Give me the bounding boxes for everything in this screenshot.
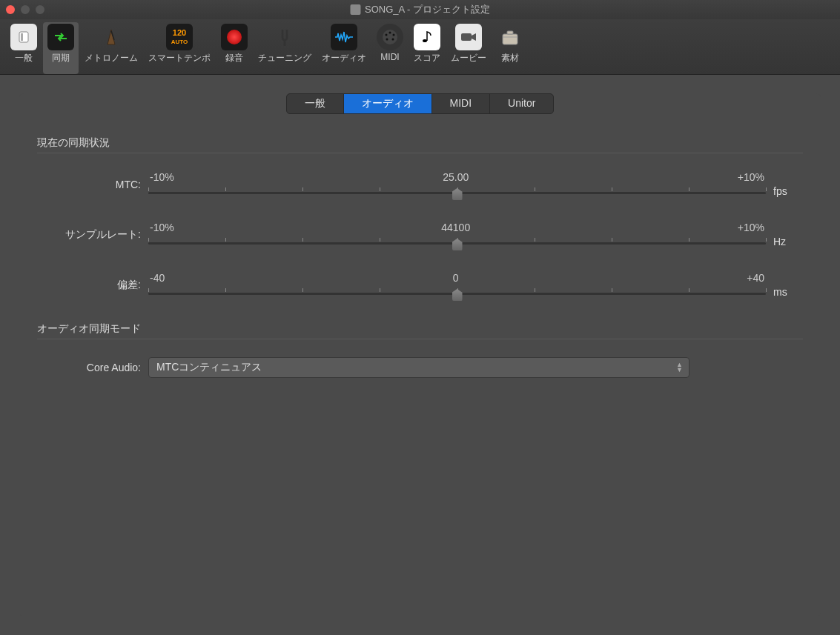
tuning-fork-icon <box>271 24 298 50</box>
document-icon <box>350 4 360 15</box>
midi-icon <box>377 24 403 50</box>
svg-rect-0 <box>19 32 28 42</box>
toolbar-midi[interactable]: MIDI <box>372 22 408 74</box>
toolbar-assets[interactable]: 素材 <box>492 22 528 74</box>
toolbar: 一般 同期 メトロノーム 120AUTO スマートテンポ 録音 <box>0 19 840 75</box>
slider-min: -10% <box>150 222 174 233</box>
slider-min: -40 <box>150 272 165 284</box>
divider <box>37 153 803 153</box>
slider-samplerate[interactable] <box>148 238 766 248</box>
zoom-icon[interactable] <box>36 5 44 14</box>
toolbar-general[interactable]: 一般 <box>6 22 42 74</box>
svg-point-5 <box>386 34 388 36</box>
slider-offset[interactable] <box>148 288 766 299</box>
chevron-updown-icon: ▲▼ <box>676 362 683 373</box>
settings-panel: 一般 オーディオ MIDI Unitor 現在の同期状況 MTC: -10% 2… <box>19 93 821 616</box>
svg-point-9 <box>423 39 427 42</box>
slider-max: +10% <box>738 222 764 233</box>
close-icon[interactable] <box>6 5 15 14</box>
svg-rect-11 <box>503 34 517 44</box>
svg-rect-12 <box>507 31 513 34</box>
slider-thumb-icon[interactable] <box>452 239 463 250</box>
section-sync-mode-title: オーディオ同期モード <box>37 322 803 336</box>
slider-offset-label: 偏差: <box>37 279 148 292</box>
slider-samplerate-row: サンプルレート: -10% 44100 +10% Hz <box>37 222 803 248</box>
tab-unitor[interactable]: Unitor <box>490 94 553 113</box>
slider-thumb-icon[interactable] <box>452 188 463 200</box>
slider-mtc-row: MTC: -10% 25.00 +10% fps <box>37 171 803 198</box>
toolbar-metronome[interactable]: メトロノーム <box>80 22 142 74</box>
tab-general[interactable]: 一般 <box>287 94 344 113</box>
svg-rect-1 <box>21 33 23 41</box>
slider-value: 0 <box>453 272 459 284</box>
window-controls <box>6 5 44 14</box>
slider-min: -10% <box>150 171 174 183</box>
toolbar-label: メトロノーム <box>85 52 138 64</box>
toolbar-label: スマートテンポ <box>148 52 211 64</box>
core-audio-label: Core Audio: <box>37 362 148 373</box>
toolbar-label: 録音 <box>225 52 243 64</box>
core-audio-select[interactable]: MTCコンティニュアス ▲▼ <box>148 357 689 378</box>
slider-unit: ms <box>766 273 803 298</box>
toolbar-smart-tempo[interactable]: 120AUTO スマートテンポ <box>144 22 215 74</box>
minimize-icon[interactable] <box>21 5 30 14</box>
select-value: MTCコンティニュアス <box>156 361 262 373</box>
svg-rect-10 <box>461 33 472 41</box>
slider-value: 44100 <box>441 222 470 233</box>
divider <box>37 339 803 339</box>
slider-thumb-icon[interactable] <box>452 289 463 301</box>
camera-icon <box>455 24 482 50</box>
metronome-icon <box>98 24 125 50</box>
toolbar-movie[interactable]: ムービー <box>446 22 491 74</box>
project-settings-window: SONG_A - プロジェクト設定 一般 同期 メトロノーム 120AUTO <box>0 0 840 635</box>
tempo-icon: 120AUTO <box>166 24 193 50</box>
window-title-text: SONG_A - プロジェクト設定 <box>365 3 490 16</box>
core-audio-row: Core Audio: MTCコンティニュアス ▲▼ <box>37 357 803 378</box>
toolbar-label: ムービー <box>451 52 486 64</box>
toolbar-label: スコア <box>414 52 440 64</box>
slider-mtc-label: MTC: <box>37 179 148 190</box>
toolbar-label: 素材 <box>501 52 519 64</box>
toolbar-label: オーディオ <box>322 52 366 64</box>
briefcase-icon <box>497 24 523 50</box>
titlebar: SONG_A - プロジェクト設定 <box>0 0 840 19</box>
toolbar-score[interactable]: スコア <box>409 22 445 74</box>
svg-point-4 <box>389 32 391 34</box>
slider-max: +40 <box>747 272 764 284</box>
slider-unit: fps <box>766 172 803 197</box>
tab-audio[interactable]: オーディオ <box>344 94 432 113</box>
tab-midi[interactable]: MIDI <box>432 94 491 113</box>
toolbar-label: チューニング <box>258 52 311 64</box>
svg-point-8 <box>392 39 394 41</box>
toolbar-audio[interactable]: オーディオ <box>317 22 371 74</box>
window-title: SONG_A - プロジェクト設定 <box>350 3 490 16</box>
toolbar-sync[interactable]: 同期 <box>43 22 79 74</box>
section-sync-status-title: 現在の同期状況 <box>37 136 803 150</box>
toolbar-label: 一般 <box>15 52 33 64</box>
toolbar-tuning[interactable]: チューニング <box>254 22 316 74</box>
slider-mtc[interactable] <box>148 187 766 198</box>
svg-point-7 <box>386 39 388 41</box>
slider-samplerate-label: サンプルレート: <box>37 228 148 242</box>
content-area: 一般 オーディオ MIDI Unitor 現在の同期状況 MTC: -10% 2… <box>0 75 840 635</box>
switch-icon <box>10 24 37 50</box>
toolbar-label: 同期 <box>52 52 70 64</box>
slider-offset-row: 偏差: -40 0 +40 ms <box>37 272 803 299</box>
toolbar-label: MIDI <box>380 52 399 62</box>
slider-value: 25.00 <box>443 171 469 183</box>
sub-tabs: 一般 オーディオ MIDI Unitor <box>37 93 803 114</box>
waveform-icon <box>331 24 357 50</box>
svg-point-6 <box>393 34 395 36</box>
slider-max: +10% <box>738 171 764 183</box>
toolbar-record[interactable]: 録音 <box>216 22 252 74</box>
score-icon <box>414 24 440 50</box>
slider-unit: Hz <box>766 222 803 247</box>
sync-icon <box>47 24 74 50</box>
record-icon <box>221 24 248 50</box>
